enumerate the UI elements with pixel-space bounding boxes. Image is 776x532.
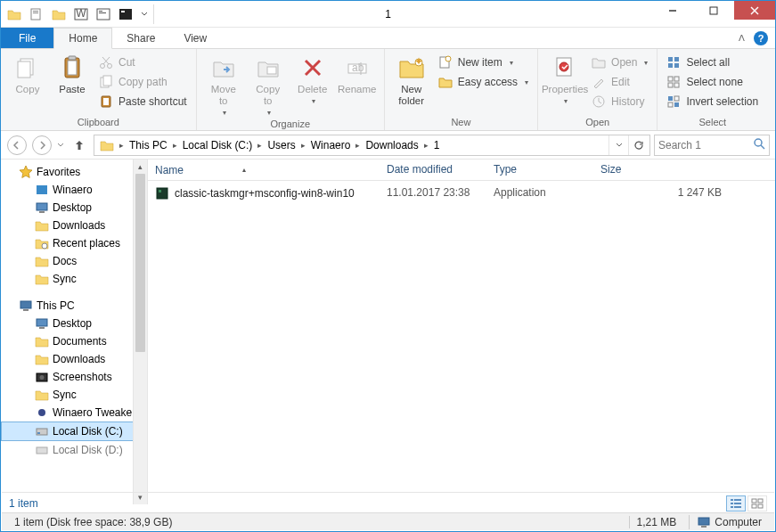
breadcrumb-2[interactable]: Users: [264, 135, 298, 155]
cut-button[interactable]: Cut: [95, 53, 191, 71]
paste-button[interactable]: Paste: [51, 52, 94, 95]
tree-favorites[interactable]: Favorites: [1, 163, 147, 181]
tree-fav-winaero[interactable]: Winaero: [1, 181, 147, 199]
breadcrumb-4[interactable]: Downloads: [362, 135, 421, 155]
qat-new-folder-icon[interactable]: [49, 4, 69, 24]
tree-pc-local-c[interactable]: Local Disk (C:): [1, 422, 147, 441]
tree-fav-desktop[interactable]: Desktop: [1, 199, 147, 217]
computer-icon: [697, 515, 711, 529]
column-headers: Name▴ Date modified Type Size: [148, 160, 775, 181]
invert-selection-icon: [666, 94, 681, 109]
scrollbar-thumb[interactable]: [135, 174, 145, 352]
breadcrumb-3[interactable]: Winaero: [307, 135, 355, 155]
address-dropdown[interactable]: [609, 135, 628, 155]
tree-pc-documents[interactable]: Documents: [1, 332, 147, 350]
help-button[interactable]: ?: [754, 31, 768, 45]
nav-up-button[interactable]: [69, 135, 90, 156]
sidebar-scrollbar[interactable]: ▴ ▾: [133, 160, 147, 504]
search-input[interactable]: Search 1: [654, 135, 770, 156]
tree-fav-recent[interactable]: Recent places: [1, 234, 147, 252]
svg-line-53: [761, 145, 764, 149]
move-to-button[interactable]: Move to▾: [202, 52, 245, 117]
open-button[interactable]: Open▾: [588, 53, 651, 71]
breadcrumb-sep[interactable]: ▸: [118, 141, 126, 150]
collapse-ribbon[interactable]: ᐱ: [739, 33, 745, 43]
nav-recent-dropdown[interactable]: [56, 143, 65, 148]
qat-dropdown[interactable]: [138, 11, 151, 18]
new-folder-button[interactable]: ✦ New folder: [390, 52, 433, 107]
select-none-button[interactable]: Select none: [663, 73, 762, 91]
window-title: 1: [385, 8, 391, 20]
address-bar[interactable]: ▸ This PC▸ Local Disk (C:)▸ Users▸ Winae…: [94, 135, 650, 156]
edit-button[interactable]: Edit: [588, 73, 651, 91]
tree-pc-desktop[interactable]: Desktop: [1, 315, 147, 332]
paste-shortcut-button[interactable]: Paste shortcut: [95, 93, 191, 110]
history-button[interactable]: History: [588, 93, 651, 110]
svg-line-22: [102, 57, 109, 64]
maximize-button[interactable]: [693, 1, 734, 20]
easy-access-icon: [438, 75, 453, 89]
new-item-button[interactable]: New item▾: [435, 53, 532, 71]
qat-folder-icon[interactable]: [4, 4, 24, 24]
svg-rect-50: [668, 102, 673, 107]
qat-properties-icon[interactable]: [27, 4, 46, 24]
tree-pc-sync[interactable]: Sync: [1, 386, 147, 404]
svg-rect-43: [674, 63, 679, 68]
col-date[interactable]: Date modified: [380, 160, 486, 180]
view-icons-button[interactable]: [747, 495, 767, 512]
svg-rect-11: [710, 7, 717, 14]
svg-point-36: [445, 56, 451, 61]
breadcrumb-0[interactable]: This PC: [126, 135, 171, 155]
svg-rect-48: [668, 96, 673, 101]
svg-rect-68: [159, 190, 161, 192]
breadcrumb-1[interactable]: Local Disk (C:): [179, 135, 257, 155]
tab-view[interactable]: View: [169, 28, 221, 48]
minimize-button[interactable]: [652, 1, 693, 20]
copy-to-icon: [254, 53, 282, 82]
svg-point-20: [108, 64, 112, 69]
view-details-button[interactable]: [726, 495, 746, 512]
svg-rect-71: [731, 503, 733, 504]
rename-button[interactable]: ab Rename: [336, 52, 379, 95]
tree-fav-downloads[interactable]: Downloads: [1, 217, 147, 234]
tree-fav-docs[interactable]: Docs: [1, 252, 147, 270]
tab-file[interactable]: File: [1, 28, 53, 48]
copy-to-button[interactable]: Copy to▾: [247, 52, 290, 117]
file-row[interactable]: classic-taskmgr+msconfig-win8-win10 11.0…: [148, 181, 775, 206]
svg-rect-40: [668, 57, 673, 61]
refresh-button[interactable]: [628, 135, 648, 155]
nav-forward-button[interactable]: [31, 135, 53, 156]
delete-button[interactable]: Delete▾: [291, 52, 334, 105]
col-size[interactable]: Size: [593, 160, 775, 180]
breadcrumb-5[interactable]: 1: [430, 135, 444, 155]
svg-rect-6: [99, 11, 102, 12]
svg-rect-46: [668, 83, 673, 87]
tree-fav-sync[interactable]: Sync: [1, 270, 147, 288]
address-folder-icon[interactable]: [96, 135, 118, 155]
tree-pc-local-d[interactable]: Local Disk (D:): [1, 441, 147, 459]
tree-pc-winaero-tweaker[interactable]: Winaero Tweaker: [1, 404, 147, 422]
qat-app2-icon[interactable]: [94, 4, 113, 24]
easy-access-button[interactable]: Easy access▾: [435, 73, 532, 91]
invert-selection-button[interactable]: Invert selection: [663, 93, 762, 110]
svg-rect-7: [99, 12, 106, 13]
svg-rect-1: [33, 11, 38, 12]
tree-this-pc[interactable]: This PC: [1, 297, 147, 315]
tab-home[interactable]: Home: [53, 28, 112, 49]
col-name[interactable]: Name▴: [148, 160, 380, 180]
nav-back-button[interactable]: [6, 135, 28, 156]
qat-app3-icon[interactable]: [116, 4, 135, 24]
close-button[interactable]: [734, 1, 775, 20]
properties-button[interactable]: Properties▾: [543, 52, 586, 105]
rename-icon: ab: [343, 53, 372, 82]
col-type[interactable]: Type: [486, 160, 593, 180]
tree-pc-screenshots[interactable]: Screenshots: [1, 368, 147, 386]
copy-path-button[interactable]: Copy path: [95, 73, 191, 91]
select-all-button[interactable]: Select all: [663, 53, 762, 71]
qat-app1-icon[interactable]: W: [71, 4, 91, 24]
svg-rect-78: [758, 504, 763, 508]
copy-button[interactable]: Copy: [6, 52, 49, 95]
tab-share[interactable]: Share: [112, 28, 169, 48]
tree-pc-downloads[interactable]: Downloads: [1, 350, 147, 368]
group-organize: Move to▾ Copy to▾ Delete▾ ab Rename Orga…: [197, 49, 385, 130]
